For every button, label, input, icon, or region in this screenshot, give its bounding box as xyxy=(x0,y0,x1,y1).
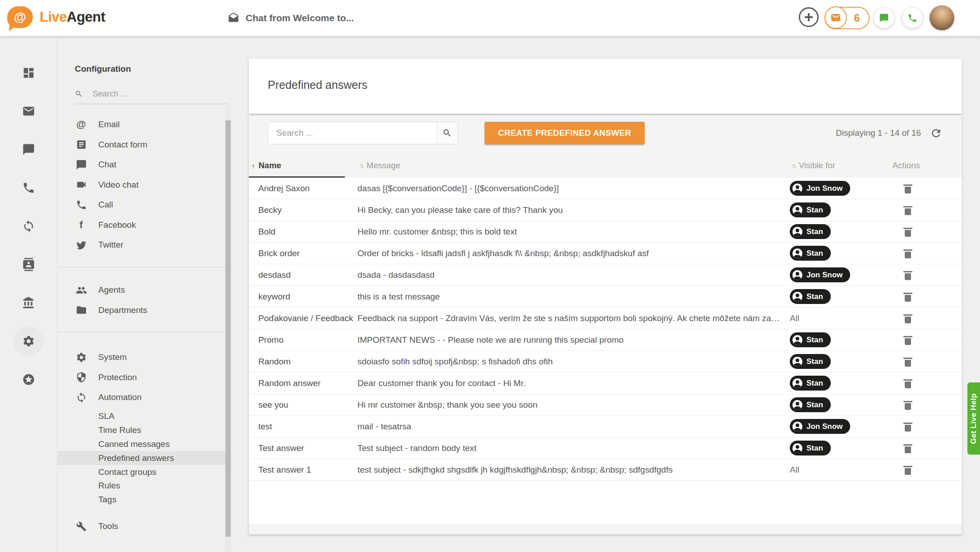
delete-button[interactable] xyxy=(902,204,914,216)
sidebar-item-predefined-answers[interactable]: Predefined answers xyxy=(57,451,225,465)
sidebar-item-departments[interactable]: Departments xyxy=(57,300,225,321)
person-icon xyxy=(792,292,802,302)
chat-icon xyxy=(75,159,87,170)
create-predefined-answer-button[interactable]: CREATE PREDEFINED ANSWER xyxy=(485,122,645,144)
sidebar-scrollbar-thumb[interactable] xyxy=(225,120,231,537)
person-icon xyxy=(792,270,802,280)
sidebar-item-chat[interactable]: Chat xyxy=(57,155,225,175)
visible-for-badge: Stan xyxy=(790,289,831,304)
sidebar-item-facebook[interactable]: fFacebook xyxy=(57,215,225,235)
visible-for-badge: Stan xyxy=(790,397,831,412)
table-row[interactable]: desdasd dsada - dasdasdasd Jon Snow xyxy=(249,264,962,286)
user-avatar[interactable] xyxy=(930,5,954,30)
rail-bank-icon[interactable] xyxy=(13,284,44,322)
sidebar-search-input[interactable] xyxy=(92,89,229,99)
delete-button[interactable] xyxy=(902,421,914,432)
get-live-help-tab[interactable]: Get Live Help xyxy=(967,382,980,455)
delete-button[interactable] xyxy=(902,248,914,259)
phone-status-button[interactable] xyxy=(902,8,923,28)
sidebar-item-time-rules[interactable]: Time Rules xyxy=(57,423,225,437)
sidebar-item-protection[interactable]: Protection xyxy=(57,368,225,388)
rail-contacts-icon[interactable] xyxy=(13,245,44,284)
table-row[interactable]: Andrej Saxon dasas [{$conversationCode}]… xyxy=(249,178,962,199)
sort-asc-icon: ↑ xyxy=(252,162,255,170)
delete-button[interactable] xyxy=(902,313,914,324)
search-submit-button[interactable] xyxy=(436,122,458,144)
delete-button[interactable] xyxy=(902,291,914,303)
sidebar-item-automation[interactable]: Automation xyxy=(57,387,225,408)
sidebar-item-video-chat[interactable]: Video chat xyxy=(57,175,225,195)
delete-button[interactable] xyxy=(902,356,914,368)
table-row[interactable]: Test answer 1 test subject - sdkjfhgkd s… xyxy=(249,459,962,481)
table-row[interactable]: Test answer Test subject - random body t… xyxy=(249,437,962,459)
refresh-icon[interactable] xyxy=(930,127,942,139)
column-header-visible-for[interactable]: ↑↓ Visible for xyxy=(792,161,835,170)
rail-phone-icon[interactable] xyxy=(13,169,44,207)
visible-for-badge: Stan xyxy=(790,376,831,391)
column-header-message[interactable]: ↑↓ Message xyxy=(359,161,400,170)
delete-button[interactable] xyxy=(902,377,914,389)
sidebar-item-contact-form[interactable]: Contact form xyxy=(57,135,225,155)
content-card: CREATE PREDEFINED ANSWER Displaying 1 - … xyxy=(249,115,962,534)
visible-for-badge: Stan xyxy=(790,202,831,217)
sidebar-item-call[interactable]: Call xyxy=(57,195,225,215)
rail-settings-icon[interactable] xyxy=(13,322,44,360)
person-icon xyxy=(792,205,802,215)
sidebar-item-contact-groups[interactable]: Contact groups xyxy=(57,465,225,479)
rail-star-icon[interactable] xyxy=(13,360,44,399)
rail-loop-icon[interactable] xyxy=(13,207,44,245)
delete-button[interactable] xyxy=(902,226,914,238)
table-row[interactable]: test mail - tesatrsa Jon Snow xyxy=(249,416,962,437)
active-ticket-tab[interactable]: Chat from Welcome to... xyxy=(228,0,354,36)
sidebar-item-tags[interactable]: Tags xyxy=(57,493,225,507)
table-search-input[interactable] xyxy=(268,122,436,144)
sidebar-scrollbar xyxy=(225,106,231,552)
delete-button[interactable] xyxy=(902,269,914,281)
sidebar-item-system[interactable]: System xyxy=(57,347,225,368)
table-row[interactable]: see you Hi mr customer &nbsp; thank you … xyxy=(249,394,962,416)
sidebar-item-agents[interactable]: Agents xyxy=(57,280,225,300)
table-row[interactable]: keyword this is a test message Stan xyxy=(249,286,962,308)
get-live-help-label: Get Live Help xyxy=(969,393,978,444)
title-card: Predefined answers xyxy=(249,59,962,114)
chat-status-button[interactable] xyxy=(874,8,894,28)
page-title: Predefined answers xyxy=(268,78,367,92)
sidebar-item-sla[interactable]: SLA xyxy=(57,409,225,423)
table-row[interactable]: Promo IMPORTANT NEWS - - Please note we … xyxy=(249,329,962,351)
table-row[interactable]: Poďakovanie / Feedback Feedback na suppo… xyxy=(249,308,962,329)
table-row[interactable]: Random answer Dear customer thank you fo… xyxy=(249,373,962,394)
rail-mail-icon[interactable] xyxy=(13,92,44,130)
table-row[interactable]: Bold Hello mr. customer &nbsp; this is b… xyxy=(249,221,962,243)
rail-chat-icon[interactable] xyxy=(13,130,44,169)
table-search xyxy=(268,122,458,144)
table-row[interactable]: Becky Hi Becky, can you please take care… xyxy=(249,199,962,221)
sidebar-item-email[interactable]: @Email xyxy=(57,115,225,135)
row-name: Random xyxy=(258,351,355,372)
row-message: Hi Becky, can you please take care of th… xyxy=(357,199,783,221)
pagination: Displaying 1 - 14 of 16 xyxy=(836,115,942,151)
row-name: desdasd xyxy=(258,264,355,285)
mail-notifications-button[interactable]: 6 xyxy=(824,7,870,29)
mail-count-badge: 6 xyxy=(847,12,869,24)
column-header-name[interactable]: ↑ Name xyxy=(252,161,281,170)
sidebar-item-canned-messages[interactable]: Canned messages xyxy=(57,437,225,451)
delete-button[interactable] xyxy=(902,464,914,476)
rail-dashboard-icon[interactable] xyxy=(13,54,44,92)
add-new-button[interactable] xyxy=(799,7,819,27)
delete-button[interactable] xyxy=(902,399,914,411)
people-icon xyxy=(75,285,87,296)
delete-button[interactable] xyxy=(902,442,914,454)
sidebar-item-tools[interactable]: Tools xyxy=(57,516,225,537)
row-name: test xyxy=(258,416,355,437)
visible-for-badge: Stan xyxy=(790,332,831,347)
sidebar-item-rules[interactable]: Rules xyxy=(57,479,225,493)
row-name: Poďakovanie / Feedback xyxy=(258,308,355,329)
people-group: Agents Departments xyxy=(57,280,225,320)
delete-button[interactable] xyxy=(902,334,914,346)
table-row[interactable]: Brick order Order of bricks - ldsafli ja… xyxy=(249,243,962,264)
liveagent-logo[interactable]: @ LiveAgent xyxy=(7,6,105,28)
sidebar-item-twitter[interactable]: Twitter xyxy=(57,235,225,255)
table-row[interactable]: Random sdoiasfo sofih sdfoij spofj&nbsp;… xyxy=(249,351,962,373)
delete-button[interactable] xyxy=(902,183,914,194)
row-message: dasas [{$conversationCode}] - [{$convers… xyxy=(357,178,783,199)
